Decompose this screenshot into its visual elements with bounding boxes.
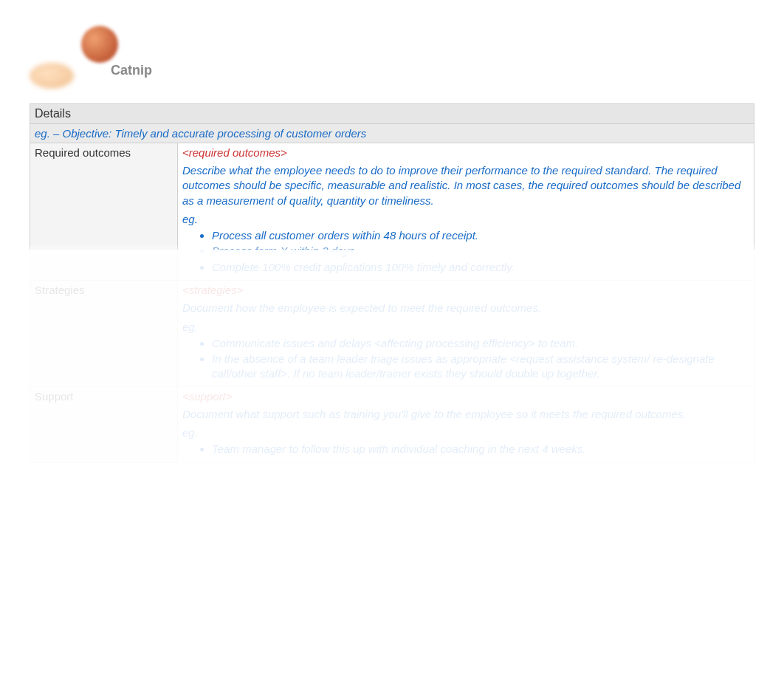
details-header: Details (30, 104, 754, 124)
row-strategies: Strategies <strategies> Document how the… (30, 281, 754, 387)
form-table-wrap: Details eg. – Objective: Timely and accu… (30, 103, 754, 463)
eg-list-1: Communicate issues and delays <affecting… (212, 336, 749, 381)
eg-label-1: eg. (182, 321, 749, 333)
desc-required-outcomes: Describe what the employee needs to do t… (182, 163, 749, 208)
eg-list-2: Team manager to follow this up with indi… (212, 442, 749, 457)
eg-item: Process form X within 3 days. (212, 244, 749, 259)
content-required-outcomes: <required outcomes> Describe what the em… (178, 143, 754, 281)
placeholder-strategies: <strategies> (182, 284, 749, 296)
eg-item: Complete 100% credit applications 100% t… (212, 260, 749, 275)
performance-table: Details eg. – Objective: Timely and accu… (30, 103, 754, 463)
row-required-outcomes: Required outcomes <required outcomes> De… (30, 143, 754, 281)
eg-list-0: Process all customer orders within 48 ho… (212, 228, 749, 275)
logo: Catnip (30, 22, 133, 96)
logo-area: Catnip (0, 0, 784, 103)
eg-item: Team manager to follow this up with indi… (212, 442, 749, 457)
label-required-outcomes: Required outcomes (30, 143, 178, 281)
desc-support: Document what support such as training y… (182, 407, 749, 422)
logo-mark-primary (81, 26, 118, 63)
content-support: <support> Document what support such as … (178, 387, 754, 463)
objective-example-row: eg. – Objective: Timely and accurate pro… (30, 124, 754, 143)
label-strategies: Strategies (30, 281, 178, 387)
logo-mark-secondary (30, 63, 74, 89)
placeholder-support: <support> (182, 390, 749, 403)
logo-text: Catnip (111, 63, 152, 78)
eg-item: Communicate issues and delays <affecting… (212, 336, 749, 351)
eg-label-2: eg. (182, 426, 749, 439)
objective-example: eg. – Objective: Timely and accurate pro… (30, 124, 754, 143)
placeholder-required-outcomes: <required outcomes> (182, 146, 749, 159)
eg-item: In the absence of a team leader triage i… (212, 352, 749, 380)
label-support: Support (30, 387, 178, 463)
row-support: Support <support> Document what support … (30, 387, 754, 463)
document-page: Catnip Details eg. – Objective: Timely a… (0, 0, 784, 463)
eg-label-0: eg. (182, 213, 749, 225)
content-strategies: <strategies> Document how the employee i… (178, 281, 754, 387)
desc-strategies: Document how the employee is expected to… (182, 301, 749, 315)
details-header-row: Details (30, 104, 754, 124)
eg-item: Process all customer orders within 48 ho… (212, 228, 749, 243)
